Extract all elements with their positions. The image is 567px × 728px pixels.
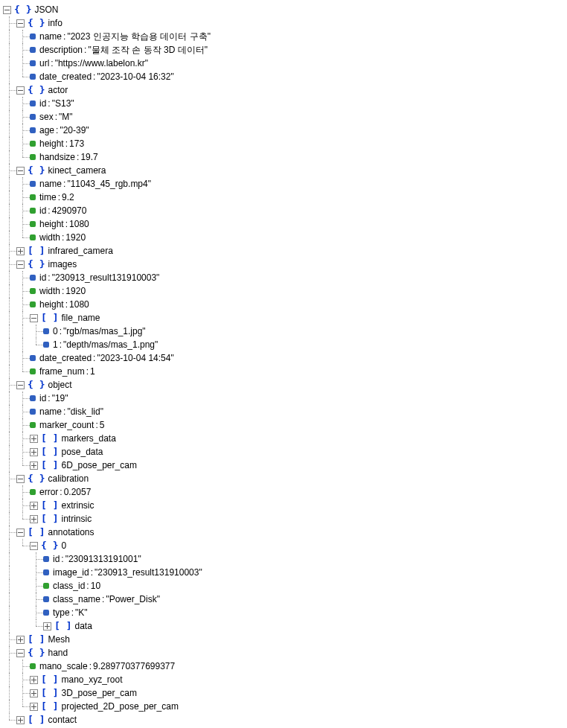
number-icon xyxy=(30,234,36,240)
collapse-icon[interactable] xyxy=(16,86,25,95)
number-icon xyxy=(30,154,36,160)
node-mesh[interactable]: [ ] Mesh xyxy=(3,633,564,646)
expand-icon[interactable] xyxy=(43,622,51,630)
expand-icon[interactable] xyxy=(16,247,25,255)
leaf-images-frame[interactable]: frame_num:1 xyxy=(3,365,564,378)
object-icon: { } xyxy=(28,258,45,271)
expand-icon[interactable] xyxy=(30,689,38,697)
collapse-icon[interactable] xyxy=(16,475,25,483)
node-pose-data[interactable]: [ ] pose_data xyxy=(3,445,564,459)
leaf-info-date[interactable]: date_created:"2023-10-04 16:32" xyxy=(3,70,564,83)
expand-icon[interactable] xyxy=(30,502,38,510)
node-proj2d[interactable]: [ ] projected_2D_pose_per_cam xyxy=(3,700,564,713)
leaf-ann-clsid[interactable]: class_id:10 xyxy=(3,579,564,593)
leaf-object-id[interactable]: id:"19" xyxy=(3,392,564,405)
leaf-hand-mano[interactable]: mano_scale:9.289770377699377 xyxy=(3,660,564,673)
expand-icon[interactable] xyxy=(30,448,38,456)
string-icon xyxy=(30,275,36,281)
collapse-icon[interactable] xyxy=(16,261,25,269)
node-images[interactable]: { } images xyxy=(3,258,564,271)
node-annotations-0[interactable]: { } 0 xyxy=(3,539,564,552)
leaf-info-url[interactable]: url:"https://www.labelon.kr" xyxy=(3,57,564,70)
collapse-icon[interactable] xyxy=(30,314,38,322)
leaf-info-name[interactable]: name:"2023 인공지능 학습용 데이터 구축" xyxy=(3,30,564,43)
leaf-ann-id[interactable]: id:"23091313191001" xyxy=(3,552,564,566)
node-extrinsic[interactable]: [ ] extrinsic xyxy=(3,499,564,512)
string-icon xyxy=(30,127,36,133)
node-object[interactable]: { } object xyxy=(3,378,564,392)
number-icon xyxy=(43,583,49,589)
leaf-actor-id[interactable]: id:"S13" xyxy=(3,97,564,110)
node-info[interactable]: { } info xyxy=(3,16,564,30)
object-icon: { } xyxy=(41,539,58,552)
collapse-icon[interactable] xyxy=(16,529,25,537)
leaf-kinect-height[interactable]: height:1080 xyxy=(3,217,564,231)
expand-icon[interactable] xyxy=(30,703,38,711)
string-icon xyxy=(30,74,36,80)
string-icon xyxy=(30,33,36,39)
expand-icon[interactable] xyxy=(30,515,38,523)
expand-icon[interactable] xyxy=(16,636,25,644)
array-icon: [ ] xyxy=(41,445,58,459)
leaf-ann-imgid[interactable]: image_id:"230913_result131910003" xyxy=(3,566,564,579)
leaf-kinect-id[interactable]: id:4290970 xyxy=(3,204,564,217)
node-intrinsic[interactable]: [ ] intrinsic xyxy=(3,512,564,526)
expand-icon[interactable] xyxy=(30,676,38,684)
number-icon xyxy=(30,422,36,428)
leaf-kinect-time[interactable]: time:9.2 xyxy=(3,191,564,204)
node-mano-xyz[interactable]: [ ] mano_xyz_root xyxy=(3,673,564,686)
leaf-actor-height[interactable]: height:173 xyxy=(3,137,564,150)
array-icon: [ ] xyxy=(41,512,58,526)
leaf-images-height[interactable]: height:1080 xyxy=(3,298,564,311)
leaf-images-width[interactable]: width:1920 xyxy=(3,284,564,298)
collapse-icon[interactable] xyxy=(16,381,25,389)
node-infrared-camera[interactable]: [ ] infrared_camera xyxy=(3,244,564,258)
node-annotations[interactable]: [ ] annotations xyxy=(3,526,564,539)
array-icon: [ ] xyxy=(41,673,58,686)
node-contact[interactable]: [ ] contact xyxy=(3,713,564,727)
node-hand[interactable]: { } hand xyxy=(3,646,564,660)
leaf-kinect-name[interactable]: name:"11043_45_rgb.mp4" xyxy=(3,177,564,191)
expand-icon[interactable] xyxy=(30,462,38,470)
leaf-file-1[interactable]: 1:"depth/mas/mas_1.png" xyxy=(3,338,564,351)
string-icon xyxy=(30,114,36,120)
leaf-kinect-width[interactable]: width:1920 xyxy=(3,231,564,244)
leaf-actor-handsize[interactable]: handsize:19.7 xyxy=(3,150,564,164)
string-icon xyxy=(43,596,49,602)
string-icon xyxy=(30,355,36,361)
collapse-icon[interactable] xyxy=(16,167,25,175)
leaf-actor-sex[interactable]: sex:"M" xyxy=(3,110,564,124)
leaf-images-date[interactable]: date_created:"2023-10-04 14:54" xyxy=(3,351,564,365)
node-markers-data[interactable]: [ ] markers_data xyxy=(3,432,564,445)
array-icon: [ ] xyxy=(41,459,58,472)
leaf-object-marker[interactable]: marker_count:5 xyxy=(3,418,564,432)
leaf-ann-type[interactable]: type:"K" xyxy=(3,606,564,619)
node-file-name[interactable]: [ ] file_name xyxy=(3,311,564,325)
leaf-calibration-error[interactable]: error:0.2057 xyxy=(3,485,564,499)
node-6d-pose[interactable]: [ ] 6D_pose_per_cam xyxy=(3,459,564,472)
string-icon xyxy=(43,342,49,348)
node-calibration[interactable]: { } calibration xyxy=(3,472,564,485)
string-icon xyxy=(30,47,36,53)
expand-icon[interactable] xyxy=(16,716,25,724)
node-3d-pose[interactable]: [ ] 3D_pose_per_cam xyxy=(3,686,564,700)
collapse-icon[interactable] xyxy=(3,6,11,14)
collapse-icon[interactable] xyxy=(16,649,25,657)
string-icon xyxy=(30,181,36,187)
expand-icon[interactable] xyxy=(30,435,38,443)
collapse-icon[interactable] xyxy=(30,542,38,550)
node-root[interactable]: { } JSON xyxy=(3,3,564,16)
node-kinect-camera[interactable]: { } kinect_camera xyxy=(3,164,564,177)
leaf-object-name[interactable]: name:"disk_lid" xyxy=(3,405,564,418)
number-icon xyxy=(30,489,36,495)
leaf-ann-clsname[interactable]: class_name:"Power_Disk" xyxy=(3,593,564,606)
node-actor[interactable]: { } actor xyxy=(3,83,564,97)
leaf-actor-age[interactable]: age:"20-39" xyxy=(3,124,564,137)
leaf-images-id[interactable]: id:"230913_result131910003" xyxy=(3,271,564,284)
number-icon xyxy=(30,141,36,147)
leaf-info-description[interactable]: description:"물체 조작 손 동작 3D 데이터" xyxy=(3,43,564,57)
collapse-icon[interactable] xyxy=(16,19,25,28)
number-icon xyxy=(30,368,36,374)
node-ann-data[interactable]: [ ] data xyxy=(3,619,564,633)
leaf-file-0[interactable]: 0:"rgb/mas/mas_1.jpg" xyxy=(3,325,564,338)
